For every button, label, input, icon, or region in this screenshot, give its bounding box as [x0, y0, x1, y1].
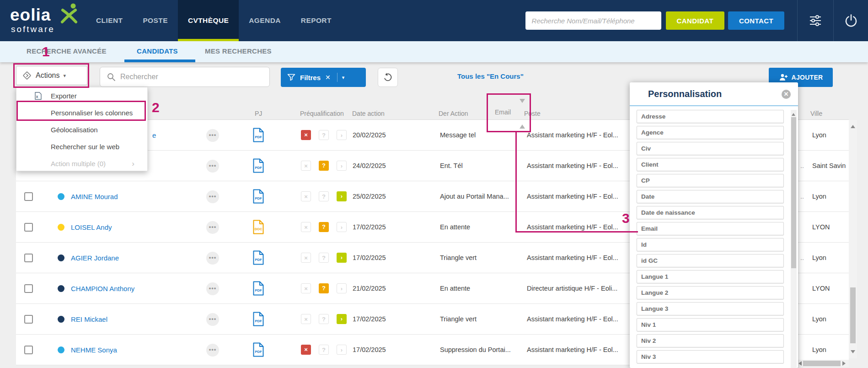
column-header-ville[interactable]: Ville: [810, 110, 822, 117]
prequalification-advance-icon[interactable]: ›: [337, 222, 347, 232]
prequalification-advance-icon[interactable]: ›: [337, 253, 347, 263]
status-dot[interactable]: [58, 316, 64, 323]
column-header-der-action[interactable]: Der Action: [439, 110, 468, 117]
prequalification-advance-icon[interactable]: ›: [337, 345, 347, 355]
panel-scroll-thumb[interactable]: [791, 117, 796, 268]
row-more-button[interactable]: •••: [206, 129, 219, 142]
eolia-logo[interactable]: eolia software: [0, 0, 86, 41]
pdf-attachment-icon[interactable]: PDF: [252, 342, 264, 359]
settings-sliders-button[interactable]: [798, 0, 833, 41]
row-checkbox[interactable]: [24, 346, 33, 354]
column-option-client[interactable]: Client: [637, 158, 784, 171]
horizontal-scroll-thumb[interactable]: [803, 361, 841, 366]
prequalification-advance-icon[interactable]: ›: [337, 283, 347, 293]
filters-clear-icon[interactable]: ✕: [325, 74, 331, 81]
scroll-up-icon[interactable]: [792, 111, 795, 116]
table-horizontal-scrollbar[interactable]: [795, 360, 849, 367]
pdf-attachment-icon[interactable]: PDF: [252, 189, 264, 206]
global-search-input[interactable]: [525, 11, 661, 30]
candidate-name-link[interactable]: AGIER Jordane: [71, 243, 119, 273]
prequalification-question-icon[interactable]: ?: [319, 283, 329, 293]
candidate-name-link[interactable]: NEHME Sonya: [71, 335, 117, 365]
row-checkbox[interactable]: [24, 223, 33, 232]
nav-item-agenda[interactable]: AGENDA: [239, 0, 291, 41]
column-option-email[interactable]: Email: [637, 222, 784, 235]
column-option-langue-2[interactable]: Langue 2: [637, 286, 784, 299]
scroll-down-icon[interactable]: [851, 350, 855, 356]
menu-item-1[interactable]: xExporter: [16, 87, 147, 104]
column-option-date[interactable]: Date: [637, 190, 784, 203]
menu-item-4[interactable]: Rechercher sur le web: [16, 138, 147, 155]
vertical-scroll-thumb[interactable]: [850, 287, 856, 343]
pdf-attachment-icon[interactable]: PDF: [252, 128, 264, 144]
column-header-poste[interactable]: Poste: [524, 110, 541, 117]
candidate-name-link[interactable]: e: [152, 120, 156, 151]
row-checkbox[interactable]: [24, 192, 33, 201]
menu-item-3[interactable]: Géolocalisation: [16, 121, 147, 138]
column-option-niv-2[interactable]: Niv 2: [637, 334, 784, 347]
pdf-attachment-icon[interactable]: PDF: [252, 281, 264, 298]
prequalification-reject-icon[interactable]: ×: [301, 253, 311, 263]
prequalification-question-icon[interactable]: ?: [319, 345, 329, 355]
scroll-up-icon[interactable]: [851, 123, 855, 128]
prequalification-advance-icon[interactable]: ›: [337, 191, 347, 201]
row-more-button[interactable]: •••: [206, 160, 219, 173]
table-search-input[interactable]: [120, 73, 263, 81]
column-option-agence[interactable]: Agence: [637, 126, 784, 139]
row-more-button[interactable]: •••: [206, 344, 219, 357]
nav-item-poste[interactable]: POSTE: [133, 0, 178, 41]
table-vertical-scrollbar[interactable]: [849, 120, 857, 358]
prequalification-question-icon[interactable]: ?: [319, 191, 329, 201]
nav-item-client[interactable]: CLIENT: [86, 0, 133, 41]
prequalification-question-icon[interactable]: ?: [319, 314, 329, 324]
contact-button[interactable]: CONTACT: [728, 11, 784, 30]
row-more-button[interactable]: •••: [206, 282, 219, 295]
candidate-name-link[interactable]: LOISEL Andy: [71, 212, 112, 243]
candidate-name-link[interactable]: AMINE Mourad: [71, 181, 118, 212]
row-more-button[interactable]: •••: [206, 252, 219, 265]
prequalification-question-icon[interactable]: ?: [319, 130, 329, 140]
prequalification-reject-icon[interactable]: ×: [301, 130, 311, 140]
prequalification-reject-icon[interactable]: ×: [301, 222, 311, 232]
tab-recherche-avancée[interactable]: RECHERCHE AVANCÉE: [27, 47, 107, 55]
status-dot[interactable]: [58, 193, 64, 200]
column-option-niv-1[interactable]: Niv 1: [637, 318, 784, 331]
menu-item-2[interactable]: Personnaliser les colonnes: [16, 104, 147, 121]
column-option-id[interactable]: Id: [637, 238, 784, 251]
nav-item-report[interactable]: REPORT: [291, 0, 342, 41]
prequalification-question-icon[interactable]: ?: [319, 161, 329, 171]
panel-scrollbar[interactable]: [791, 110, 797, 368]
row-more-button[interactable]: •••: [206, 190, 219, 203]
prequalification-reject-icon[interactable]: ×: [301, 314, 311, 324]
tab-candidats[interactable]: CANDIDATS: [137, 47, 178, 55]
column-option-niv-3[interactable]: Niv 3: [637, 350, 784, 363]
row-checkbox[interactable]: [24, 315, 33, 324]
status-dot[interactable]: [58, 254, 64, 261]
column-option-adresse[interactable]: Adresse: [637, 110, 784, 123]
column-option-cp[interactable]: CP: [637, 174, 784, 187]
logout-power-button[interactable]: [834, 0, 868, 41]
column-option-id-gc[interactable]: id GC: [637, 254, 784, 267]
chevron-down-icon[interactable]: ▾: [342, 75, 345, 81]
candidate-name-link[interactable]: REI Mickael: [71, 304, 107, 335]
status-dot[interactable]: [58, 285, 64, 292]
row-more-button[interactable]: •••: [206, 221, 219, 234]
row-more-button[interactable]: •••: [206, 313, 219, 326]
status-dot[interactable]: [58, 224, 64, 231]
column-header-pj[interactable]: PJ: [255, 110, 262, 117]
pdf-attachment-icon[interactable]: PDF: [252, 158, 264, 175]
column-option-date-de-naissance[interactable]: Date de naissance: [637, 206, 784, 219]
column-header-date-action[interactable]: Date action: [352, 110, 385, 117]
prequalification-advance-icon[interactable]: ›: [337, 161, 347, 171]
prequalification-question-icon[interactable]: ?: [319, 253, 329, 263]
pdf-attachment-icon[interactable]: PDF: [252, 250, 264, 267]
scroll-right-icon[interactable]: [842, 361, 848, 366]
prequalification-reject-icon[interactable]: ×: [301, 161, 311, 171]
current-filter-scope-link[interactable]: Tous les "En Cours": [457, 72, 524, 80]
column-option-langue-3[interactable]: Langue 3: [637, 302, 784, 315]
doc-attachment-icon[interactable]: DOC: [252, 220, 264, 236]
nav-item-cvthèque[interactable]: CVTHÈQUE: [178, 0, 239, 41]
candidate-name-link[interactable]: CHAMPION Anthony: [71, 273, 134, 304]
prequalification-question-icon[interactable]: ?: [319, 222, 329, 232]
prequalification-advance-icon[interactable]: ›: [337, 314, 347, 324]
